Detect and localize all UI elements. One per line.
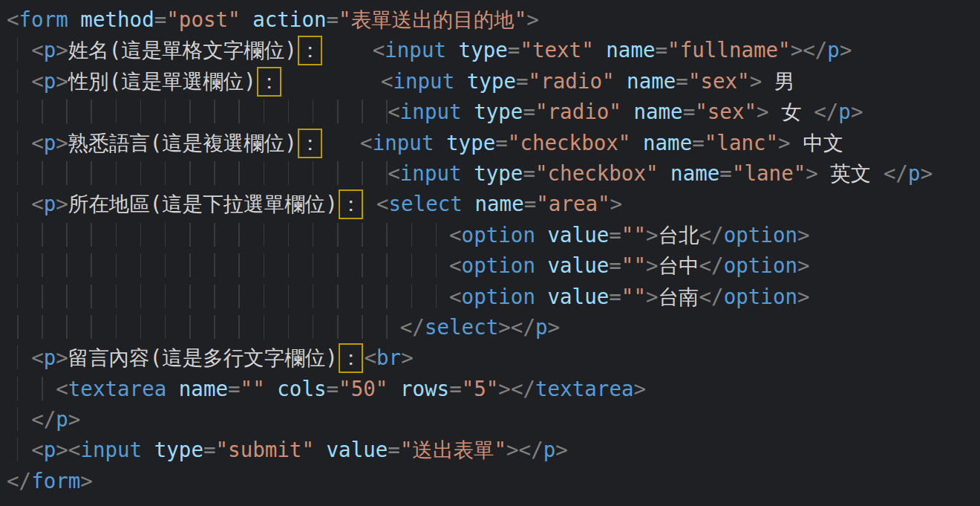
token-punctuation: < [364,346,376,369]
token-punctuation: > [757,100,769,123]
token-attribute-name: method [80,7,154,31]
token-punctuation: </ [699,253,724,277]
token-string: "radio" [529,69,615,93]
token-string: "fullname" [667,38,791,62]
code-editor[interactable]: <form method="post" action="表單送出的目的地"> <… [0,0,980,506]
token-tag-name: p [543,438,556,461]
token-tag-name: p [44,346,56,369]
token-text [142,438,154,461]
token-text [446,38,459,62]
unicode-highlight-colon: ： [339,189,364,219]
token-punctuation: = [609,285,621,308]
code-line-7[interactable]: <p>所在地區(這是下拉選單欄位)： <select name="area"> [7,189,980,219]
token-punctuation: > [646,285,659,308]
code-line-5[interactable]: <p>熟悉語言(這是複選欄位)： <input type="checkbox" … [7,128,980,158]
token-text [364,192,376,215]
code-line-6[interactable]: <input type="checkbox" name="lane"> 英文 <… [7,158,980,189]
token-attribute-name: action [252,7,326,31]
token-punctuation: < [31,131,44,155]
token-tag-name: p [838,100,851,123]
token-tag-name: input [400,100,462,123]
token-punctuation: > [401,346,414,369]
indent-whitespace [7,223,449,247]
token-tag-name: input [400,161,462,185]
token-attribute-name: name [633,100,682,123]
indent-whitespace [7,192,31,215]
token-punctuation: < [373,38,385,62]
token-text: 台南 [659,285,699,308]
token-string: "sex" [688,69,750,93]
token-tag-name: input [393,69,454,93]
code-line-16[interactable]: </form> [7,466,980,496]
unicode-highlight-colon: ： [298,129,323,158]
token-punctuation: > [634,377,647,400]
token-punctuation: = [676,69,688,93]
token-text [463,192,475,215]
token-attribute-name: type [154,438,203,461]
token-punctuation: > [56,131,68,155]
token-punctuation: </ [814,100,838,123]
token-punctuation: </ [7,469,31,493]
token-attribute-name: name [606,38,655,62]
token-punctuation: > [56,438,68,461]
token-tag-name: option [724,223,797,247]
token-punctuation: = [523,100,535,123]
token-tag-name: option [462,253,535,277]
token-punctuation: = [327,7,339,31]
token-tag-name: p [44,131,56,155]
token-tag-name: form [31,469,80,493]
token-text: 性別(這是單選欄位) [68,69,256,93]
code-line-11[interactable]: </select></p> [7,312,980,343]
token-punctuation: < [360,131,373,155]
token-tag-name: p [44,192,56,215]
token-punctuation: > [610,192,623,215]
code-line-13[interactable]: <textarea name="" cols="50" rows="5"></t… [7,374,980,404]
token-text: 台中 [659,253,699,277]
token-punctuation: </ [511,377,535,400]
token-punctuation: > [555,438,568,461]
token-attribute-name: name [670,161,719,185]
code-line-15[interactable]: <p><input type="submit" value="送出表單"></p… [7,435,980,465]
code-line-4[interactable]: <input type="radio" name="sex"> 女 </p> [7,97,980,127]
token-text [282,69,380,93]
code-line-12[interactable]: <p>留言內容(這是多行文字欄位)：<br> [7,343,980,373]
token-punctuation: </ [699,285,724,308]
code-line-9[interactable]: <option value="">台中</option> [7,250,980,281]
token-punctuation: < [7,7,19,31]
token-string: "" [621,223,646,247]
token-tag-name: form [19,7,68,31]
code-line-1[interactable]: <form method="post" action="表單送出的目的地"> [7,4,980,35]
code-line-2[interactable]: <p>姓名(這是單格文字欄位)： <input type="text" name… [7,35,980,65]
token-text [68,7,81,31]
token-attribute-name: name [627,69,676,93]
code-line-14[interactable]: </p> [7,404,980,435]
token-text [462,100,474,123]
token-attribute-name: name [474,192,523,215]
token-punctuation: = [388,438,400,461]
token-string: "5" [462,377,499,400]
code-line-3[interactable]: <p>性別(這是單選欄位)： <input type="radio" name=… [7,66,980,97]
token-punctuation: = [523,161,535,185]
token-text: 台北 [659,223,699,247]
token-string: "submit" [216,438,314,461]
indent-whitespace [7,438,31,461]
token-text [265,377,278,400]
token-punctuation: </ [511,315,535,339]
code-line-8[interactable]: <option value="">台北</option> [7,220,980,250]
token-text: 英文 [818,161,883,185]
token-tag-name: p [44,69,56,93]
token-punctuation: = [228,377,241,400]
token-text: 中文 [791,131,844,155]
token-text [630,131,643,155]
token-punctuation: = [154,7,167,31]
indent-whitespace [7,38,31,62]
token-tag-name: select [425,315,498,339]
token-text: 熟悉語言(這是複選欄位) [68,131,297,155]
token-punctuation: </ [883,161,908,185]
token-text: 姓名(這是單格文字欄位) [68,38,297,62]
token-punctuation: </ [400,315,425,339]
code-line-10[interactable]: <option value="">台南</option> [7,282,980,312]
token-punctuation: > [68,407,81,431]
token-string: "checkbox" [535,161,659,185]
token-tag-name: input [80,438,142,461]
